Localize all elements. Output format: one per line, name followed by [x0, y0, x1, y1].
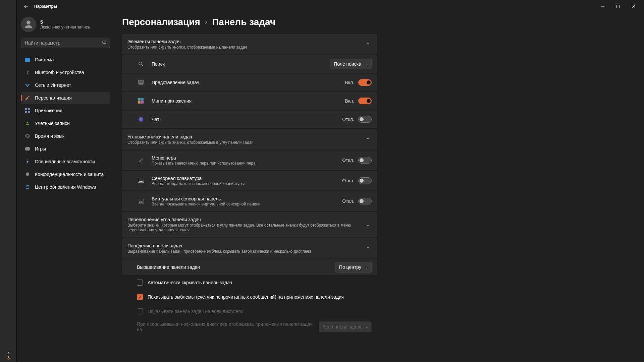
- chevron-down-icon: ⌄: [365, 265, 368, 269]
- row-multi-display: При использовании нескольких дисплеев от…: [122, 319, 377, 335]
- section-header-overflow[interactable]: Переполнение угла панели задачВыберите з…: [122, 212, 377, 237]
- section-subtitle: Отобразить или скрыть значки, отображаем…: [127, 140, 364, 145]
- nav-personalization[interactable]: Персонализация: [21, 92, 110, 104]
- update-icon: [25, 184, 30, 190]
- touch-keyboard-toggle[interactable]: [358, 177, 372, 184]
- svg-point-18: [139, 117, 143, 121]
- nav-accessibility[interactable]: Специальные возможности: [21, 156, 110, 168]
- alignment-dropdown[interactable]: По центру⌄: [335, 262, 372, 273]
- svg-rect-2: [25, 58, 30, 62]
- chat-icon: [137, 117, 145, 122]
- row-label: Показывать панель задач на всех дисплеях: [148, 309, 243, 314]
- section-subtitle: Выберите значки, которые могут отображат…: [127, 223, 364, 232]
- nav-accounts[interactable]: Учетные записи: [21, 117, 110, 129]
- nav-apps[interactable]: Приложения: [21, 105, 110, 117]
- row-all-displays: Показывать панель задач на всех дисплеях: [122, 305, 377, 318]
- row-label: Сенсорная клавиатура: [152, 176, 342, 181]
- row-autohide[interactable]: Автоматически скрывать панель задач: [122, 276, 377, 289]
- minimize-button[interactable]: [595, 0, 610, 13]
- svg-rect-4: [28, 108, 30, 110]
- account-type: Локальная учетная запись: [40, 25, 90, 29]
- search-mode-dropdown[interactable]: Поле поиска⌄: [330, 59, 372, 69]
- nav-time-language[interactable]: Время и язык: [21, 130, 110, 142]
- search-icon: [137, 61, 145, 67]
- row-touch-keyboard: Сенсорная клавиатураВсегда отображать зн…: [122, 171, 377, 190]
- nav-network[interactable]: Сеть и Интернет: [21, 79, 110, 91]
- section-taskbar-behavior: Поведение панели задачВыравнивание панел…: [122, 238, 377, 335]
- row-label: Меню пера: [152, 155, 342, 161]
- keyboard-icon: [137, 179, 145, 183]
- section-title: Элементы панели задач: [127, 39, 364, 44]
- svg-rect-13: [139, 84, 143, 84]
- toggle-state: Откл.: [342, 117, 354, 122]
- widgets-icon: [137, 98, 145, 104]
- account-block[interactable]: 5 Локальная учетная запись: [21, 15, 110, 36]
- nav-gaming[interactable]: Игры: [21, 143, 110, 155]
- autohide-checkbox[interactable]: [137, 280, 143, 286]
- accessibility-icon: [25, 159, 30, 164]
- content-area: Персонализация › Панель задач Элементы п…: [114, 13, 644, 362]
- wifi-icon: [25, 82, 30, 88]
- touchpad-icon: [137, 199, 145, 203]
- taskview-icon: [137, 80, 145, 85]
- taskview-toggle[interactable]: [358, 79, 372, 86]
- svg-point-1: [103, 41, 105, 44]
- row-label: Поиск: [152, 61, 165, 67]
- row-label: При использовании нескольких дисплеев от…: [137, 321, 313, 332]
- row-pen-menu: Меню пераПоказывать значок меню пера при…: [122, 150, 377, 170]
- row-label: Виртуальная сенсорная панель: [152, 196, 342, 201]
- svg-rect-20: [139, 180, 140, 180]
- row-label: Выравнивание панели задач: [137, 264, 200, 270]
- user-icon: [25, 121, 30, 126]
- virtual-touchpad-toggle[interactable]: [358, 198, 372, 204]
- paint-icon: [25, 95, 30, 101]
- row-label: Мини-приложения: [152, 98, 192, 104]
- svg-rect-17: [141, 101, 144, 104]
- row-badges[interactable]: ✓ Показывать эмблемы (счетчик непрочитан…: [122, 290, 377, 304]
- svg-point-7: [27, 122, 29, 123]
- section-header-corner[interactable]: Угловые значки панели задачОтобразить ил…: [122, 129, 377, 149]
- shield-icon: [25, 172, 30, 177]
- svg-point-10: [27, 160, 28, 160]
- row-alignment: Выравнивание панели задач По центру⌄: [122, 259, 377, 275]
- nav-windows-update[interactable]: Центр обновления Windows: [21, 181, 110, 193]
- search-input[interactable]: [21, 38, 110, 48]
- chevron-up-icon: ⌃: [364, 246, 372, 251]
- nav-label: Сеть и Интернет: [35, 82, 71, 88]
- nav-privacy[interactable]: Конфиденциальность и защита: [21, 168, 110, 180]
- breadcrumb: Персонализация › Панель задач: [122, 17, 636, 27]
- widgets-toggle[interactable]: [358, 98, 372, 104]
- back-button[interactable]: [19, 0, 33, 13]
- svg-rect-22: [142, 180, 142, 180]
- breadcrumb-root[interactable]: Персонализация: [122, 17, 200, 27]
- nav-label: Персонализация: [35, 95, 72, 101]
- toggle-state: Откл.: [342, 178, 354, 183]
- back-arrow-icon: [23, 4, 29, 9]
- svg-rect-21: [140, 180, 141, 180]
- row-sublabel: Показывать значок меню пера при использо…: [152, 161, 342, 166]
- system-tray-peek: ›: [0, 349, 17, 362]
- nav-system[interactable]: Система: [21, 54, 110, 66]
- svg-rect-15: [141, 98, 144, 101]
- badges-checkbox[interactable]: ✓: [137, 294, 143, 300]
- nav-label: Центр обновления Windows: [35, 184, 96, 190]
- chevron-up-icon: ⌃: [364, 137, 372, 142]
- nav-label: Игры: [35, 146, 46, 152]
- nav-label: Время и язык: [35, 133, 64, 139]
- chat-toggle[interactable]: [358, 116, 372, 123]
- window-controls: [595, 0, 641, 13]
- nav-list: Система Bluetooth и устройства Сеть и Ин…: [21, 54, 110, 193]
- maximize-button[interactable]: [610, 0, 626, 13]
- close-button[interactable]: [626, 0, 641, 13]
- pen-icon: [137, 158, 145, 163]
- search-box[interactable]: [21, 38, 110, 48]
- section-header-items[interactable]: Элементы панели задачОтобразить или скры…: [122, 34, 377, 54]
- pen-toggle[interactable]: [358, 157, 372, 164]
- svg-rect-25: [140, 202, 142, 203]
- row-virtual-touchpad: Виртуальная сенсорная панельВсегда показ…: [122, 191, 377, 211]
- section-header-behavior[interactable]: Поведение панели задачВыравнивание панел…: [122, 238, 377, 258]
- multi-display-dropdown: Все панели задач⌄: [319, 321, 372, 332]
- chevron-up-icon: ⌃: [364, 42, 372, 47]
- nav-bluetooth[interactable]: Bluetooth и устройства: [21, 66, 110, 78]
- section-title: Угловые значки панели задач: [127, 134, 364, 139]
